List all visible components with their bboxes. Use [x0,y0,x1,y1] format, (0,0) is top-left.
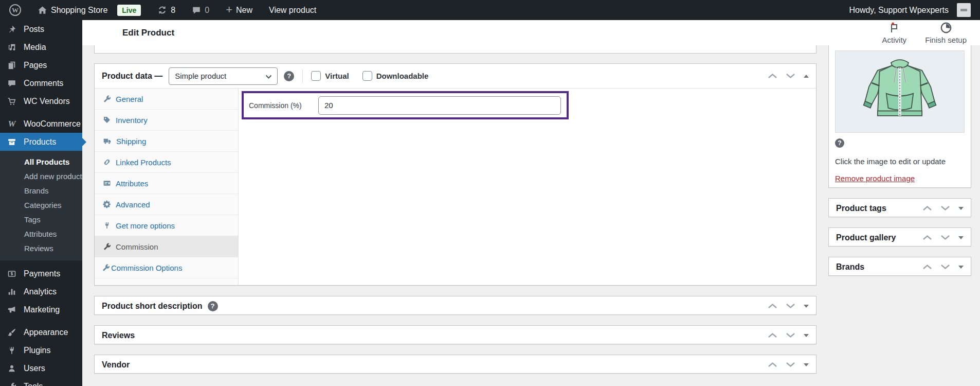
expand-toggle-icon[interactable] [958,266,964,269]
link-icon [103,158,111,166]
sidebar-item-analytics[interactable]: Analytics [0,283,82,301]
move-up-icon[interactable] [922,264,932,270]
sidebar-item-users[interactable]: Users [0,359,82,377]
product-type-help-icon[interactable]: ? [284,71,294,81]
move-up-icon[interactable] [922,205,932,211]
wordpress-logo-icon[interactable]: W [9,4,21,16]
editor-column: Product data — Simple product ? Virtual … [94,45,816,374]
expand-toggle-icon[interactable] [804,334,809,337]
commission-input[interactable] [318,96,561,115]
sidebar-item-media[interactable]: Media [0,38,82,56]
card-icon [103,179,111,187]
product-data-tabs: General Inventory Shipping Linked Produc… [95,89,239,285]
truck-icon [103,137,112,145]
wrench-icon [103,242,111,251]
move-down-icon[interactable] [940,235,950,240]
tab-inventory[interactable]: Inventory [95,110,238,131]
sidebar-item-label: Payments [24,269,60,278]
sidebar-item-pages[interactable]: Pages [0,56,82,74]
move-up-icon[interactable] [768,303,777,309]
comment-icon [6,79,18,88]
virtual-checkbox-wrap: Virtual [311,71,349,81]
sidebar-item-payments[interactable]: Payments [0,265,82,283]
admin-sidebar: Posts Media Pages Comments WC Vendors W … [0,20,82,386]
brush-icon [6,328,18,337]
product-type-value: Simple product [175,72,226,80]
move-up-icon[interactable] [922,235,932,240]
tab-attributes[interactable]: Attributes [95,173,238,194]
sidebar-item-label: Analytics [24,287,57,296]
submenu-attributes[interactable]: Attributes [0,226,82,241]
submenu-categories[interactable]: Categories [0,198,82,212]
submenu-tags[interactable]: Tags [0,212,82,226]
submenu-add-new-product[interactable]: Add new product [0,169,82,183]
sidebar-item-label: Marketing [24,305,60,314]
short-description-help-icon[interactable]: ? [208,301,218,311]
move-down-icon[interactable] [940,264,950,270]
image-help-icon[interactable]: ? [835,138,844,148]
updates-link[interactable]: 8 [157,5,175,15]
sidebar-item-woocommerce[interactable]: W WooCommerce [0,115,82,133]
submenu-brands[interactable]: Brands [0,183,82,198]
move-up-icon[interactable] [768,332,777,338]
submenu-reviews[interactable]: Reviews [0,241,82,255]
downloadable-checkbox[interactable] [362,71,372,81]
tag-icon [103,116,111,124]
sidebar-item-wc-vendors[interactable]: WC Vendors [0,92,82,110]
cart-icon [6,97,18,106]
site-name-label: Shopping Store [51,6,107,15]
expand-toggle-icon[interactable] [804,363,809,366]
activity-flag-icon [888,22,900,34]
sidebar-item-appearance[interactable]: Appearance [0,323,82,341]
move-up-icon[interactable] [768,73,777,79]
page-title: Edit Product [122,28,174,38]
tab-linked-products[interactable]: Linked Products [95,152,238,173]
sidebar-item-label: Pages [24,61,47,70]
tab-advanced[interactable]: Advanced [95,194,238,215]
wrench-icon [103,95,111,103]
expand-toggle-icon[interactable] [958,236,964,239]
activity-button[interactable]: Activity [882,22,907,44]
new-button[interactable]: + New [226,5,252,15]
move-down-icon[interactable] [786,332,795,338]
comment-count: 0 [205,6,209,15]
finish-setup-button[interactable]: Finish setup [925,22,967,44]
sidebar-item-marketing[interactable]: Marketing [0,301,82,319]
move-down-icon[interactable] [940,205,950,211]
product-gallery-title: Product gallery [836,233,896,242]
virtual-checkbox[interactable] [311,71,321,81]
view-product-label: View product [269,6,316,15]
site-name-link[interactable]: Shopping Store [38,5,107,15]
move-down-icon[interactable] [786,303,795,309]
new-label: New [236,6,252,15]
tab-commission[interactable]: Commission [95,236,238,257]
move-up-icon[interactable] [768,362,777,367]
move-down-icon[interactable] [786,362,795,367]
sidebar-item-comments[interactable]: Comments [0,74,82,92]
remove-product-image-link[interactable]: Remove product image [835,174,915,183]
sidebar-item-label: WC Vendors [24,97,70,106]
image-caption: Click the image to edit or update [835,157,965,166]
sidebar-item-plugins[interactable]: Plugins [0,341,82,359]
account-menu[interactable]: Howdy, Support Wpexperts [849,3,971,17]
hoodie-illustration [841,53,959,130]
view-product-link[interactable]: View product [269,6,316,15]
sidebar-item-tools[interactable]: Tools [0,377,82,386]
expand-toggle-icon[interactable] [804,305,809,308]
collapse-toggle-icon[interactable] [804,75,809,78]
sidebar-item-posts[interactable]: Posts [0,20,82,38]
main-content: Edit Product Activity Finish setup [82,20,980,386]
comments-link[interactable]: 0 [192,6,209,15]
sidebar-item-label: Comments [24,79,63,88]
sidebar-item-products[interactable]: Products [0,133,82,151]
submenu-all-products[interactable]: All Products [0,154,82,169]
product-type-select[interactable]: Simple product [169,67,278,85]
tab-general[interactable]: General [95,89,238,110]
tab-shipping[interactable]: Shipping [95,131,238,152]
tab-get-more-options[interactable]: Get more options [95,215,238,236]
product-image[interactable] [835,50,965,133]
expand-toggle-icon[interactable] [958,207,964,210]
move-down-icon[interactable] [786,73,795,79]
live-badge[interactable]: Live [117,5,141,16]
tab-commission-options[interactable]: Commission Options [95,257,238,278]
